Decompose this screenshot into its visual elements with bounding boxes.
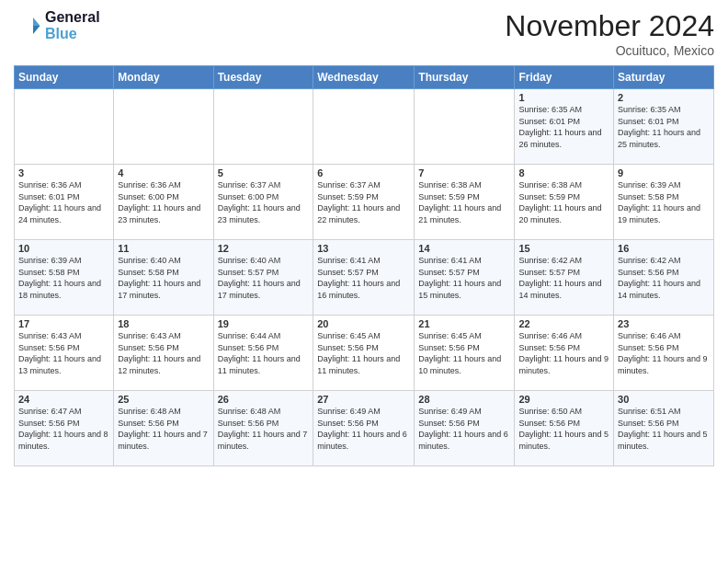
day-info: Sunrise: 6:41 AMSunset: 5:57 PMDaylight:… (418, 255, 510, 301)
week-row-2: 3 Sunrise: 6:36 AMSunset: 6:01 PMDayligh… (15, 165, 714, 240)
day-cell-w5-d7: 30 Sunrise: 6:51 AMSunset: 5:56 PMDaylig… (614, 391, 714, 466)
day-number: 24 (18, 394, 109, 405)
day-cell-w5-d6: 29 Sunrise: 6:50 AMSunset: 5:56 PMDaylig… (515, 391, 614, 466)
week-row-3: 10 Sunrise: 6:39 AMSunset: 5:58 PMDaylig… (15, 240, 714, 316)
day-cell-w5-d3: 26 Sunrise: 6:48 AMSunset: 5:56 PMDaylig… (213, 391, 313, 466)
day-info: Sunrise: 6:35 AMSunset: 6:01 PMDaylight:… (518, 104, 609, 150)
day-info: Sunrise: 6:49 AMSunset: 5:56 PMDaylight:… (418, 406, 510, 452)
header: General Blue November 2024 Ocuituco, Mex… (14, 9, 714, 58)
header-friday: Friday (515, 66, 614, 89)
day-number: 30 (618, 394, 710, 405)
day-info: Sunrise: 6:37 AMSunset: 6:00 PMDaylight:… (218, 179, 310, 225)
location: Ocuituco, Mexico (505, 43, 714, 58)
day-number: 17 (18, 318, 109, 329)
day-number: 27 (317, 394, 410, 405)
day-info: Sunrise: 6:48 AMSunset: 5:56 PMDaylight:… (218, 406, 310, 452)
day-number: 12 (218, 243, 310, 254)
day-info: Sunrise: 6:35 AMSunset: 6:01 PMDaylight:… (618, 104, 710, 150)
day-cell-w3-d1: 10 Sunrise: 6:39 AMSunset: 5:58 PMDaylig… (15, 240, 114, 316)
day-cell-w1-d7: 2 Sunrise: 6:35 AMSunset: 6:01 PMDayligh… (614, 89, 714, 165)
day-cell-w2-d1: 3 Sunrise: 6:36 AMSunset: 6:01 PMDayligh… (15, 165, 114, 240)
svg-marker-1 (33, 26, 40, 34)
day-cell-w3-d4: 13 Sunrise: 6:41 AMSunset: 5:57 PMDaylig… (313, 240, 415, 316)
day-number: 6 (317, 167, 410, 178)
day-cell-w1-d1 (15, 89, 114, 165)
day-info: Sunrise: 6:41 AMSunset: 5:57 PMDaylight:… (317, 255, 410, 301)
day-number: 29 (518, 394, 609, 405)
header-tuesday: Tuesday (213, 66, 313, 89)
calendar-header-row: Sunday Monday Tuesday Wednesday Thursday… (15, 66, 714, 89)
day-cell-w1-d4 (313, 89, 415, 165)
day-number: 2 (618, 92, 710, 103)
day-cell-w2-d4: 6 Sunrise: 6:37 AMSunset: 5:59 PMDayligh… (313, 165, 415, 240)
day-number: 28 (418, 394, 510, 405)
day-cell-w2-d2: 4 Sunrise: 6:36 AMSunset: 6:00 PMDayligh… (114, 165, 213, 240)
day-cell-w4-d4: 20 Sunrise: 6:45 AMSunset: 5:56 PMDaylig… (313, 316, 415, 391)
day-number: 8 (518, 167, 609, 178)
logo: General Blue (14, 9, 100, 42)
day-cell-w3-d7: 16 Sunrise: 6:42 AMSunset: 5:56 PMDaylig… (614, 240, 714, 316)
calendar-table: Sunday Monday Tuesday Wednesday Thursday… (14, 65, 714, 466)
day-info: Sunrise: 6:39 AMSunset: 5:58 PMDaylight:… (618, 179, 710, 225)
day-number: 19 (218, 318, 310, 329)
day-cell-w4-d6: 22 Sunrise: 6:46 AMSunset: 5:56 PMDaylig… (515, 316, 614, 391)
calendar-body: 1 Sunrise: 6:35 AMSunset: 6:01 PMDayligh… (15, 89, 714, 466)
day-info: Sunrise: 6:48 AMSunset: 5:56 PMDaylight:… (118, 406, 209, 452)
day-info: Sunrise: 6:46 AMSunset: 5:56 PMDaylight:… (618, 330, 710, 376)
day-info: Sunrise: 6:38 AMSunset: 5:59 PMDaylight:… (418, 179, 510, 225)
day-number: 7 (418, 167, 510, 178)
day-number: 21 (418, 318, 510, 329)
day-number: 25 (118, 394, 209, 405)
day-info: Sunrise: 6:42 AMSunset: 5:56 PMDaylight:… (618, 255, 710, 301)
day-number: 1 (518, 92, 609, 103)
day-number: 20 (317, 318, 410, 329)
day-number: 23 (618, 318, 710, 329)
header-saturday: Saturday (614, 66, 714, 89)
day-info: Sunrise: 6:37 AMSunset: 5:59 PMDaylight:… (317, 179, 410, 225)
day-info: Sunrise: 6:43 AMSunset: 5:56 PMDaylight:… (18, 330, 109, 376)
day-number: 18 (118, 318, 209, 329)
week-row-5: 24 Sunrise: 6:47 AMSunset: 5:56 PMDaylig… (15, 391, 714, 466)
day-number: 13 (317, 243, 410, 254)
day-number: 15 (518, 243, 609, 254)
day-info: Sunrise: 6:42 AMSunset: 5:57 PMDaylight:… (518, 255, 609, 301)
day-info: Sunrise: 6:45 AMSunset: 5:56 PMDaylight:… (317, 330, 410, 376)
day-number: 16 (618, 243, 710, 254)
day-number: 26 (218, 394, 310, 405)
header-monday: Monday (114, 66, 213, 89)
day-cell-w4-d7: 23 Sunrise: 6:46 AMSunset: 5:56 PMDaylig… (614, 316, 714, 391)
day-cell-w1-d5 (415, 89, 515, 165)
day-cell-w5-d1: 24 Sunrise: 6:47 AMSunset: 5:56 PMDaylig… (15, 391, 114, 466)
logo-icon (14, 12, 41, 40)
day-info: Sunrise: 6:45 AMSunset: 5:56 PMDaylight:… (418, 330, 510, 376)
day-cell-w3-d2: 11 Sunrise: 6:40 AMSunset: 5:58 PMDaylig… (114, 240, 213, 316)
day-number: 5 (218, 167, 310, 178)
day-info: Sunrise: 6:51 AMSunset: 5:56 PMDaylight:… (618, 406, 710, 452)
day-cell-w5-d4: 27 Sunrise: 6:49 AMSunset: 5:56 PMDaylig… (313, 391, 415, 466)
day-cell-w4-d2: 18 Sunrise: 6:43 AMSunset: 5:56 PMDaylig… (114, 316, 213, 391)
day-number: 14 (418, 243, 510, 254)
day-info: Sunrise: 6:39 AMSunset: 5:58 PMDaylight:… (18, 255, 109, 301)
day-cell-w2-d5: 7 Sunrise: 6:38 AMSunset: 5:59 PMDayligh… (415, 165, 515, 240)
week-row-1: 1 Sunrise: 6:35 AMSunset: 6:01 PMDayligh… (15, 89, 714, 165)
day-cell-w4-d3: 19 Sunrise: 6:44 AMSunset: 5:56 PMDaylig… (213, 316, 313, 391)
day-number: 9 (618, 167, 710, 178)
header-wednesday: Wednesday (313, 66, 415, 89)
day-cell-w4-d5: 21 Sunrise: 6:45 AMSunset: 5:56 PMDaylig… (415, 316, 515, 391)
day-number: 3 (18, 167, 109, 178)
day-cell-w3-d5: 14 Sunrise: 6:41 AMSunset: 5:57 PMDaylig… (415, 240, 515, 316)
day-cell-w1-d2 (114, 89, 213, 165)
day-cell-w1-d6: 1 Sunrise: 6:35 AMSunset: 6:01 PMDayligh… (515, 89, 614, 165)
day-info: Sunrise: 6:47 AMSunset: 5:56 PMDaylight:… (18, 406, 109, 452)
day-info: Sunrise: 6:50 AMSunset: 5:56 PMDaylight:… (518, 406, 609, 452)
day-cell-w3-d3: 12 Sunrise: 6:40 AMSunset: 5:57 PMDaylig… (213, 240, 313, 316)
day-cell-w1-d3 (213, 89, 313, 165)
logo-text: General Blue (45, 9, 100, 42)
day-cell-w5-d5: 28 Sunrise: 6:49 AMSunset: 5:56 PMDaylig… (415, 391, 515, 466)
month-title: November 2024 (505, 9, 714, 43)
day-info: Sunrise: 6:40 AMSunset: 5:58 PMDaylight:… (118, 255, 209, 301)
day-number: 22 (518, 318, 609, 329)
day-info: Sunrise: 6:49 AMSunset: 5:56 PMDaylight:… (317, 406, 410, 452)
day-info: Sunrise: 6:38 AMSunset: 5:59 PMDaylight:… (518, 179, 609, 225)
day-cell-w2-d3: 5 Sunrise: 6:37 AMSunset: 6:00 PMDayligh… (213, 165, 313, 240)
